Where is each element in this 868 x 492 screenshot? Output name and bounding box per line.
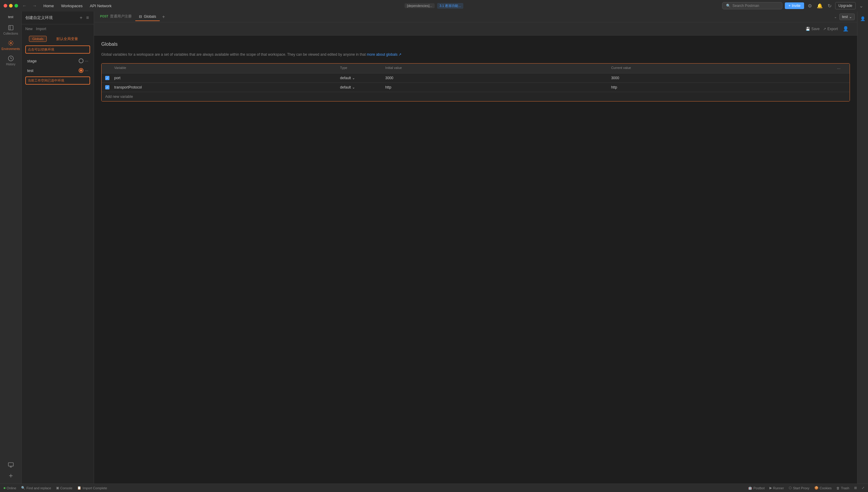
environment-panel: 创建自定义环境 + ≡ New Import Globals 默认全局变量 点击… <box>22 11 94 484</box>
sidebar-item-add[interactable] <box>2 470 20 481</box>
collections-icon <box>8 25 14 31</box>
find-replace-icon: 🔍 <box>21 486 25 490</box>
header-checkbox-col <box>105 66 114 71</box>
notification-icon[interactable]: 🔔 <box>816 2 824 10</box>
test-env-label: test <box>27 68 33 73</box>
start-proxy-item[interactable]: ⬡ Start Proxy <box>789 486 809 490</box>
import-complete-item[interactable]: 📋 Import Complete <box>77 486 107 490</box>
tab-post-register[interactable]: POST 普通用户注册 <box>96 12 135 21</box>
back-button[interactable]: ← <box>21 3 28 9</box>
grid-icon[interactable]: ⊞ <box>854 486 857 490</box>
sync-icon[interactable]: ↻ <box>826 2 833 10</box>
search-placeholder: Search Postman <box>732 4 759 8</box>
minimize-button[interactable] <box>9 4 13 7</box>
table-more-icon[interactable]: ··· <box>837 66 841 71</box>
sidebar-item-mock[interactable] <box>2 460 20 470</box>
variables-table: Variable Type Initial value Current valu… <box>101 63 850 101</box>
cookies-item[interactable]: 🍪 Cookies <box>814 486 832 490</box>
status-bar: Online 🔍 Find and replace ▣ Console 📋 Im… <box>0 484 868 492</box>
import-button[interactable]: Import <box>36 27 46 31</box>
globals-badge[interactable]: Globals <box>29 36 47 42</box>
globals-tab-icon: ⊟ <box>139 15 142 19</box>
postbot-icon: 🤖 <box>748 486 752 490</box>
row1-variable[interactable]: port <box>114 76 340 80</box>
workspaces-nav[interactable]: Workspaces <box>59 2 85 9</box>
search-bar[interactable]: 🔍 Search Postman <box>722 2 782 9</box>
version-label: 3.1 逐渐功能... <box>437 3 464 9</box>
chevron-down-icon: ⌄ <box>849 15 852 19</box>
runner-item[interactable]: ▶ Runner <box>770 486 784 490</box>
stage-env-more[interactable]: ··· <box>85 58 88 63</box>
current-env-annotation-box: 当前工作空间已选中环境 <box>25 76 90 84</box>
settings-icon[interactable]: ⚙ <box>806 2 813 10</box>
row1-initial-value[interactable]: 3000 <box>385 76 611 80</box>
test-env-more[interactable]: ··· <box>85 68 88 73</box>
env-item-test[interactable]: test ··· <box>24 66 92 75</box>
user-icon[interactable]: 👤 <box>842 25 850 33</box>
sidebar-item-collections[interactable]: Collections <box>2 22 20 38</box>
history-icon <box>8 55 14 62</box>
sidebar-item-history[interactable]: History <box>2 53 20 68</box>
console-item[interactable]: ▣ Console <box>56 486 72 490</box>
postbot-item[interactable]: 🤖 Postbot <box>748 486 765 490</box>
traffic-lights <box>4 4 18 7</box>
page-content: Globals Global variables for a workspace… <box>94 35 857 484</box>
row1-checkbox[interactable]: ✓ <box>105 76 110 80</box>
row2-initial-value[interactable]: http <box>385 85 611 90</box>
row1-current-value[interactable]: 3000 <box>611 76 837 80</box>
title-bar-right: 🔍 Search Postman + Invite ⚙ 🔔 ↻ Upgrade … <box>722 2 864 10</box>
stage-radio-outline[interactable] <box>79 58 84 63</box>
close-button[interactable] <box>4 4 7 7</box>
proxy-icon: ⬡ <box>789 486 792 490</box>
table-row: ✓ transportProtocol default ⌄ http http <box>101 83 850 92</box>
click-switch-annotation-box: 点击可以切换环境 <box>25 46 90 54</box>
right-sidebar-user-icon[interactable]: 👤 <box>859 14 867 24</box>
learn-more-link[interactable]: more about globals ↗ <box>367 52 401 57</box>
dep-label: [dependencies]... <box>404 3 435 8</box>
add-icon <box>8 473 14 479</box>
upgrade-button[interactable]: Upgrade <box>835 2 855 9</box>
header-type: Type <box>340 66 385 71</box>
export-button[interactable]: ↗ Export <box>823 27 838 31</box>
row1-type[interactable]: default ⌄ <box>340 76 385 80</box>
left-sidebar: test Collections Environments History <box>0 11 22 484</box>
table-row: ✓ port default ⌄ 3000 3000 <box>101 73 850 83</box>
row2-variable[interactable]: transportProtocol <box>114 85 340 90</box>
add-tab-button[interactable]: + <box>160 13 167 21</box>
new-button[interactable]: New <box>25 27 32 31</box>
env-panel-actions: + ≡ <box>78 15 90 21</box>
row2-type[interactable]: default ⌄ <box>340 85 385 90</box>
env-selector[interactable]: test ⌄ <box>839 14 855 20</box>
create-env-title: 创建自定义环境 <box>25 15 53 21</box>
invite-icon: + <box>789 4 791 8</box>
test-radio-checked[interactable] <box>79 68 84 73</box>
header-actions-col: ··· <box>837 66 846 71</box>
default-global-annotation: 默认全局变量 <box>56 36 78 42</box>
new-import-row: New Import <box>25 27 90 31</box>
online-status[interactable]: Online <box>4 486 16 490</box>
online-dot <box>4 487 5 489</box>
tab-globals[interactable]: ⊟ Globals <box>135 13 160 21</box>
environments-icon <box>8 40 14 46</box>
invite-button[interactable]: + Invite <box>785 2 804 9</box>
trash-item[interactable]: 🗑 Trash <box>836 486 849 490</box>
add-env-button[interactable]: + <box>78 15 84 21</box>
env-menu-button[interactable]: ≡ <box>85 15 90 21</box>
right-sidebar: 👤 <box>857 11 868 484</box>
tab-dropdown[interactable]: ⌄ <box>834 15 837 19</box>
forward-button[interactable]: → <box>31 3 39 9</box>
expand-status-icon[interactable]: ⤢ <box>862 486 864 490</box>
page-title: Globals <box>101 42 850 47</box>
row2-current-value[interactable]: http <box>611 85 837 90</box>
add-variable-row[interactable]: Add new variable <box>101 92 850 101</box>
maximize-button[interactable] <box>15 4 18 7</box>
row2-checkbox[interactable]: ✓ <box>105 85 110 90</box>
sidebar-item-environments[interactable]: Environments <box>2 38 20 53</box>
runner-icon: ▶ <box>770 486 772 490</box>
api-network-nav[interactable]: API Network <box>87 2 114 9</box>
expand-icon[interactable]: ⌄ <box>858 2 864 10</box>
env-item-stage[interactable]: stage ··· <box>24 57 92 65</box>
home-nav[interactable]: Home <box>41 2 56 9</box>
find-replace-item[interactable]: 🔍 Find and replace <box>21 486 51 490</box>
save-button[interactable]: 💾 Save <box>805 27 819 31</box>
